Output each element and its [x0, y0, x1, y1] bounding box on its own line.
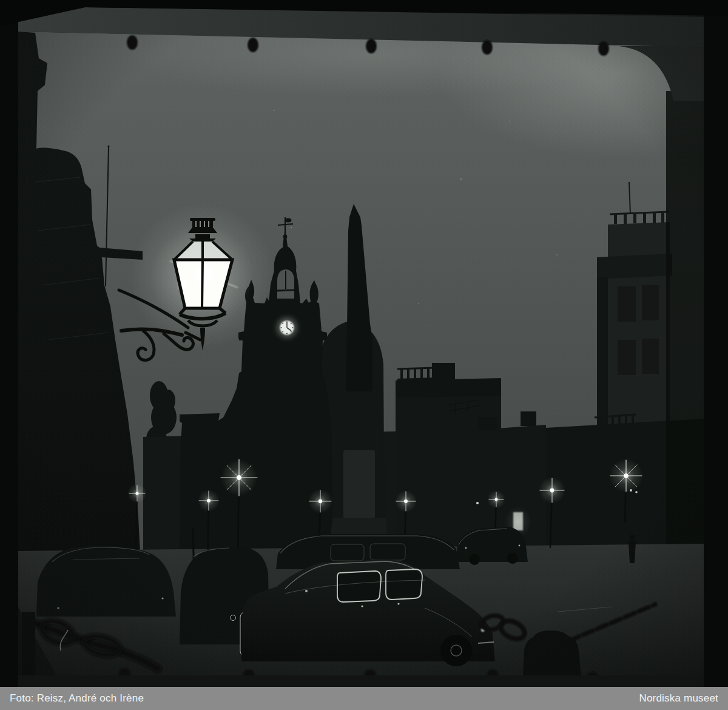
scanned-photograph: Foto: Reisz, André och Irène Nordiska mu… [0, 0, 728, 710]
frame-border-right [704, 0, 728, 710]
frame-border-left [0, 0, 18, 710]
photographer-credit: Foto: Reisz, André och Irène [10, 692, 144, 705]
vignette [0, 0, 728, 710]
caption-bar: Foto: Reisz, André och Irène Nordiska mu… [0, 687, 728, 710]
archive-name: Nordiska museet [639, 692, 718, 705]
photo-canvas [0, 0, 728, 710]
